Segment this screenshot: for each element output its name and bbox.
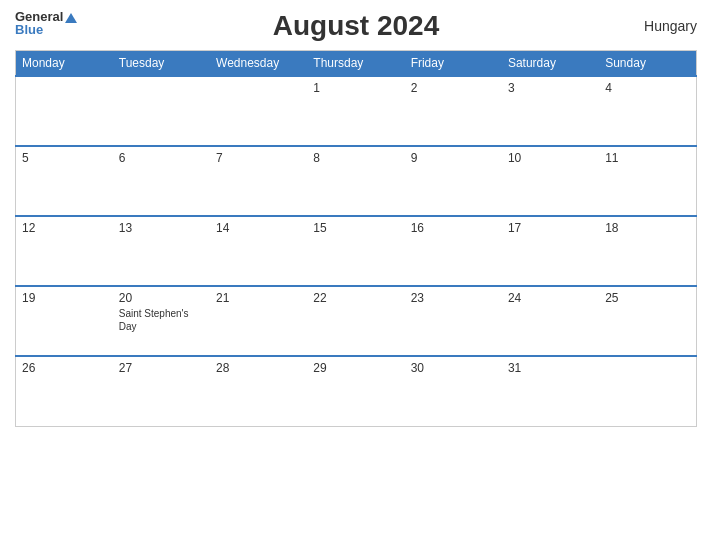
calendar-cell [16, 76, 113, 146]
calendar-cell: 13 [113, 216, 210, 286]
calendar-cell: 1 [307, 76, 404, 146]
calendar-cell: 11 [599, 146, 696, 216]
calendar-cell: 22 [307, 286, 404, 356]
logo-triangle-icon [65, 13, 77, 23]
calendar-cell: 6 [113, 146, 210, 216]
weekday-header: Monday Tuesday Wednesday Thursday Friday… [16, 51, 697, 77]
day-number: 2 [411, 81, 496, 95]
calendar-cell: 2 [405, 76, 502, 146]
col-saturday: Saturday [502, 51, 599, 77]
day-number: 27 [119, 361, 204, 375]
col-tuesday: Tuesday [113, 51, 210, 77]
calendar-cell: 29 [307, 356, 404, 426]
day-number: 18 [605, 221, 690, 235]
day-number: 3 [508, 81, 593, 95]
day-number: 25 [605, 291, 690, 305]
day-number: 7 [216, 151, 301, 165]
col-friday: Friday [405, 51, 502, 77]
calendar-page: General Blue August 2024 Hungary Monday … [0, 0, 712, 550]
calendar-cell: 7 [210, 146, 307, 216]
day-number: 19 [22, 291, 107, 305]
calendar-cell: 25 [599, 286, 696, 356]
day-number: 11 [605, 151, 690, 165]
calendar-cell [599, 356, 696, 426]
day-number: 9 [411, 151, 496, 165]
calendar-cell: 26 [16, 356, 113, 426]
calendar-week-5: 262728293031 [16, 356, 697, 426]
day-number: 10 [508, 151, 593, 165]
calendar-cell: 3 [502, 76, 599, 146]
day-number: 22 [313, 291, 398, 305]
calendar-title: August 2024 [273, 10, 440, 42]
day-number: 30 [411, 361, 496, 375]
calendar-week-4: 1920Saint Stephen's Day2122232425 [16, 286, 697, 356]
day-number: 21 [216, 291, 301, 305]
col-thursday: Thursday [307, 51, 404, 77]
calendar-cell: 27 [113, 356, 210, 426]
calendar-table: Monday Tuesday Wednesday Thursday Friday… [15, 50, 697, 427]
day-number: 29 [313, 361, 398, 375]
day-number: 15 [313, 221, 398, 235]
calendar-cell: 19 [16, 286, 113, 356]
day-number: 31 [508, 361, 593, 375]
country-label: Hungary [644, 18, 697, 34]
day-number: 1 [313, 81, 398, 95]
day-number: 17 [508, 221, 593, 235]
day-number: 16 [411, 221, 496, 235]
calendar-cell: 16 [405, 216, 502, 286]
calendar-cell: 10 [502, 146, 599, 216]
calendar-cell: 18 [599, 216, 696, 286]
calendar-body: 1234567891011121314151617181920Saint Ste… [16, 76, 697, 426]
col-monday: Monday [16, 51, 113, 77]
calendar-cell: 21 [210, 286, 307, 356]
calendar-cell: 24 [502, 286, 599, 356]
day-number: 28 [216, 361, 301, 375]
col-sunday: Sunday [599, 51, 696, 77]
day-number: 5 [22, 151, 107, 165]
calendar-header-row: Monday Tuesday Wednesday Thursday Friday… [16, 51, 697, 77]
calendar-cell: 30 [405, 356, 502, 426]
day-number: 8 [313, 151, 398, 165]
calendar-cell: 8 [307, 146, 404, 216]
calendar-week-3: 12131415161718 [16, 216, 697, 286]
calendar-week-1: 1234 [16, 76, 697, 146]
calendar-cell: 23 [405, 286, 502, 356]
day-number: 6 [119, 151, 204, 165]
calendar-cell: 15 [307, 216, 404, 286]
calendar-cell: 5 [16, 146, 113, 216]
calendar-cell: 4 [599, 76, 696, 146]
calendar-cell [113, 76, 210, 146]
day-number: 12 [22, 221, 107, 235]
calendar-cell [210, 76, 307, 146]
day-number: 13 [119, 221, 204, 235]
col-wednesday: Wednesday [210, 51, 307, 77]
day-number: 26 [22, 361, 107, 375]
calendar-cell: 20Saint Stephen's Day [113, 286, 210, 356]
logo-blue-text: Blue [15, 23, 43, 36]
calendar-cell: 31 [502, 356, 599, 426]
calendar-cell: 9 [405, 146, 502, 216]
day-number: 20 [119, 291, 204, 305]
day-number: 4 [605, 81, 690, 95]
calendar-cell: 17 [502, 216, 599, 286]
holiday-label: Saint Stephen's Day [119, 307, 204, 333]
calendar-cell: 28 [210, 356, 307, 426]
calendar-header: General Blue August 2024 Hungary [15, 10, 697, 42]
day-number: 24 [508, 291, 593, 305]
calendar-week-2: 567891011 [16, 146, 697, 216]
calendar-cell: 12 [16, 216, 113, 286]
day-number: 14 [216, 221, 301, 235]
logo: General Blue [15, 10, 77, 36]
day-number: 23 [411, 291, 496, 305]
calendar-cell: 14 [210, 216, 307, 286]
